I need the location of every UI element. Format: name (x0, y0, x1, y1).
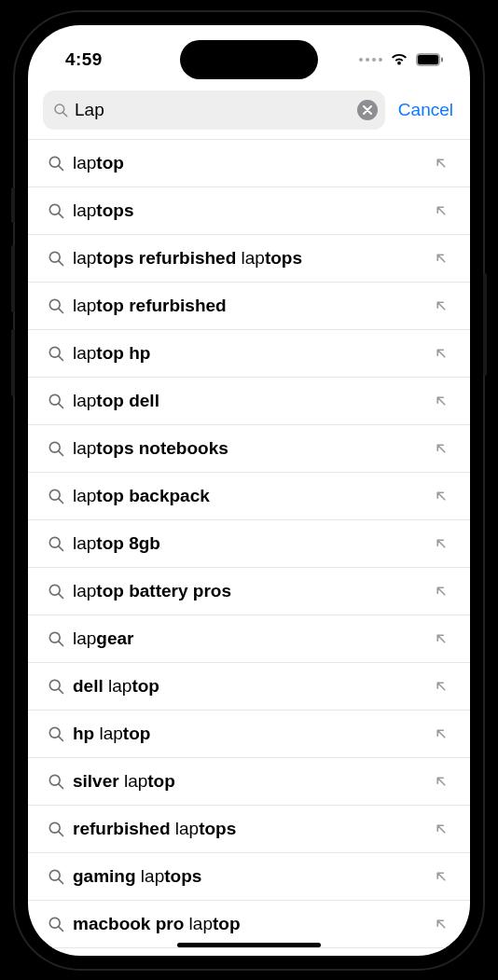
svg-line-30 (59, 736, 63, 740)
suggestion-row[interactable]: lapgear (28, 615, 470, 663)
suggestion-row[interactable]: laptops refurbished laptops (28, 235, 470, 283)
home-indicator[interactable] (177, 943, 321, 947)
search-icon (41, 487, 71, 505)
dynamic-island (180, 40, 318, 79)
suggestion-text: dell laptop (71, 676, 427, 697)
suggestion-row[interactable]: hp laptop (28, 711, 470, 758)
volume-down-button (11, 329, 15, 396)
insert-arrow-icon[interactable] (427, 773, 455, 790)
suggestion-row[interactable]: silver laptop (28, 758, 470, 806)
suggestion-text: laptops notebooks (71, 438, 427, 459)
phone-frame: 4:59 Cancel (15, 12, 483, 969)
svg-line-6 (59, 165, 63, 170)
svg-line-26 (59, 641, 63, 645)
power-button (483, 273, 487, 376)
insert-arrow-icon[interactable] (427, 440, 455, 457)
suggestion-row[interactable]: laptop 8gb (28, 520, 470, 568)
svg-line-24 (59, 593, 63, 598)
search-icon (41, 297, 71, 315)
insert-arrow-icon[interactable] (427, 488, 455, 504)
search-icon (41, 344, 71, 363)
insert-arrow-icon[interactable] (427, 630, 455, 647)
suggestion-text: gaming laptops (71, 866, 427, 887)
svg-line-18 (59, 450, 63, 455)
search-icon (41, 582, 71, 600)
search-icon (41, 677, 71, 696)
insert-arrow-icon[interactable] (427, 868, 455, 885)
svg-rect-1 (418, 55, 438, 64)
suggestion-text: lapgear (71, 628, 427, 649)
search-icon (41, 534, 71, 553)
search-icon (41, 439, 71, 458)
insert-arrow-icon[interactable] (427, 297, 455, 314)
svg-line-4 (63, 112, 67, 116)
insert-arrow-icon[interactable] (427, 345, 455, 362)
suggestion-text: macbook pro laptop (71, 914, 427, 934)
search-icon (41, 725, 71, 743)
volume-up-button (11, 245, 15, 312)
search-icon (41, 629, 71, 648)
insert-arrow-icon[interactable] (427, 821, 455, 837)
insert-arrow-icon[interactable] (427, 250, 455, 267)
insert-arrow-icon[interactable] (427, 725, 455, 742)
wifi-icon (390, 52, 408, 66)
search-icon (41, 772, 71, 791)
suggestion-text: silver laptop (71, 771, 427, 792)
svg-line-12 (59, 308, 63, 312)
suggestion-text: laptop battery pros (71, 581, 427, 601)
suggestion-text: laptops (71, 200, 427, 221)
suggestion-row[interactable]: laptops notebooks (28, 425, 470, 473)
suggestion-row[interactable]: laptop battery pros (28, 568, 470, 615)
search-icon (41, 392, 71, 410)
search-bar: Cancel (28, 85, 470, 139)
insert-arrow-icon[interactable] (427, 535, 455, 552)
search-field[interactable] (43, 90, 385, 130)
suggestion-row[interactable]: laptops (28, 187, 470, 235)
search-icon (41, 201, 71, 220)
suggestion-text: laptops refurbished laptops (71, 248, 427, 269)
insert-arrow-icon[interactable] (427, 916, 455, 932)
search-input[interactable] (69, 100, 357, 120)
search-icon (41, 249, 71, 268)
insert-arrow-icon[interactable] (427, 678, 455, 695)
insert-arrow-icon[interactable] (427, 155, 455, 172)
insert-arrow-icon[interactable] (427, 583, 455, 600)
svg-line-34 (59, 831, 63, 835)
suggestion-row[interactable]: laptop backpack (28, 473, 470, 520)
suggestion-text: laptop 8gb (71, 533, 427, 554)
insert-arrow-icon[interactable] (427, 202, 455, 219)
suggestion-text: laptop refurbished (71, 296, 427, 316)
suggestion-row[interactable]: laptop (28, 140, 470, 187)
suggestion-row[interactable]: dell laptop (28, 663, 470, 711)
suggestion-text: hp laptop (71, 724, 427, 744)
cancel-button[interactable]: Cancel (396, 100, 455, 120)
search-icon (41, 867, 71, 886)
battery-icon (416, 53, 444, 66)
svg-rect-2 (441, 57, 443, 62)
svg-line-16 (59, 403, 63, 407)
suggestion-row[interactable]: laptop hp (28, 330, 470, 378)
side-button (11, 187, 15, 223)
insert-arrow-icon[interactable] (427, 393, 455, 409)
suggestion-text: laptop hp (71, 343, 427, 364)
svg-line-22 (59, 545, 63, 550)
clear-search-button[interactable] (357, 100, 378, 120)
suggestion-row[interactable]: laptop dell (28, 378, 470, 425)
suggestion-row[interactable]: refurbished laptops (28, 806, 470, 853)
svg-line-38 (59, 926, 63, 931)
suggestion-row[interactable]: macbook pro laptop (28, 901, 470, 948)
svg-line-32 (59, 783, 63, 788)
suggestion-row[interactable]: laptop refurbished (28, 283, 470, 330)
svg-line-36 (59, 878, 63, 883)
suggestion-text: laptop (71, 153, 427, 173)
svg-line-8 (59, 213, 63, 217)
status-dots-icon (359, 58, 382, 62)
status-time: 4:59 (65, 40, 103, 70)
suggestion-text: refurbished laptops (71, 819, 427, 839)
suggestion-text: laptop dell (71, 391, 427, 411)
search-icon (41, 820, 71, 838)
search-icon (41, 154, 71, 173)
svg-line-10 (59, 260, 63, 265)
suggestion-row[interactable]: gaming laptops (28, 853, 470, 901)
screen: 4:59 Cancel (28, 25, 470, 956)
